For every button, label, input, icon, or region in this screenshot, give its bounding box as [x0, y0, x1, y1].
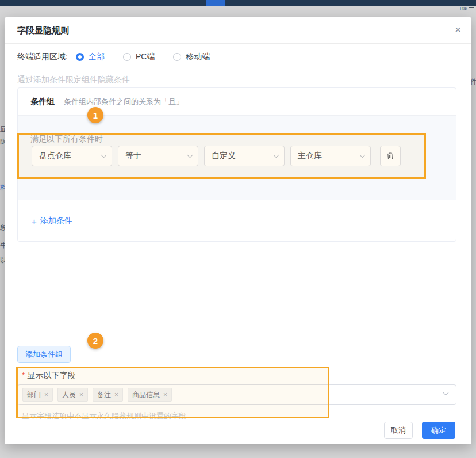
radio-option-all[interactable]: 全部: [76, 52, 105, 62]
screen: Title 显藏 隐藏 档 段 牛重 以后 件 字段显隐规则 × 终端适用区域:…: [0, 0, 476, 458]
chevron-down-icon: [187, 152, 193, 158]
radio-checked-icon: [76, 53, 84, 61]
field-tag: 备注 ×: [93, 388, 123, 402]
radio-option-label: PC端: [136, 52, 155, 62]
condition-group-header: 条件组 条件组内部条件之间的关系为「且」: [18, 88, 456, 116]
add-condition-group-button[interactable]: 添加条件组: [17, 346, 71, 363]
operator-select[interactable]: 等于: [118, 146, 198, 166]
field-tag-label: 部门: [27, 390, 41, 400]
field-tag-label: 商品信息: [132, 390, 160, 400]
chevron-down-icon: [443, 390, 449, 396]
annotation-badge-2: 2: [87, 333, 103, 349]
radio-option-mobile[interactable]: 移动端: [173, 52, 210, 62]
condition-group-title: 条件组: [30, 97, 55, 107]
terminal-scope-radio-group: 终端适用区域: 全部 PC端 移动端: [17, 52, 228, 62]
dialog-title: 字段显隐规则: [17, 25, 69, 36]
field-tag-label: 备注: [97, 390, 111, 400]
display-fields-multiselect[interactable]: 部门 × 人员 × 备注 × 商品信息 ×: [17, 384, 456, 405]
condition-hint-text: 通过添加条件限定组件隐藏条件: [17, 75, 130, 85]
chevron-down-icon: [360, 152, 366, 158]
radio-option-label: 全部: [89, 52, 105, 62]
radio-unchecked-icon: [173, 53, 181, 61]
chevron-down-icon: [274, 152, 279, 158]
radio-option-pc[interactable]: PC端: [123, 52, 155, 62]
tag-close-icon[interactable]: ×: [114, 391, 118, 399]
trash-icon: [386, 152, 394, 160]
annotation-badge-1: 1: [87, 107, 103, 123]
tag-close-icon[interactable]: ×: [44, 391, 48, 399]
add-condition-link[interactable]: + 添加条件: [32, 216, 72, 226]
required-asterisk: *: [22, 371, 25, 380]
dialog-header: 字段显隐规则 ×: [5, 17, 471, 44]
condition-group-subtitle: 条件组内部条件之间的关系为「且」: [64, 97, 183, 107]
display-fields-label: *显示以下字段: [22, 371, 75, 381]
field-visibility-rules-dialog: 字段显隐规则 × 终端适用区域: 全部 PC端 移动端 通过添加条件限定组件隐藏…: [5, 17, 471, 444]
tag-close-icon[interactable]: ×: [79, 391, 83, 399]
tag-close-icon[interactable]: ×: [163, 391, 167, 399]
terminal-scope-label: 终端适用区域:: [17, 52, 68, 62]
satisfy-all-label: 满足以下所有条件时: [30, 134, 103, 144]
field-select[interactable]: 盘点仓库: [32, 146, 112, 166]
condition-row: 盘点仓库 等于 自定义 主仓库: [32, 146, 401, 166]
radio-option-label: 移动端: [186, 52, 210, 62]
value-select[interactable]: 主仓库: [290, 146, 371, 166]
chevron-down-icon: [101, 152, 107, 158]
delete-condition-button[interactable]: [380, 146, 401, 166]
field-tag: 商品信息 ×: [128, 388, 172, 402]
close-icon[interactable]: ×: [455, 24, 461, 36]
display-fields-help-text: 显示字段选项中不显示永久隐藏规则中设置的字段: [22, 411, 186, 421]
value-select-value: 主仓库: [298, 151, 322, 161]
field-tag: 人员 ×: [57, 388, 88, 402]
field-select-value: 盘点仓库: [39, 151, 71, 161]
display-fields-label-text: 显示以下字段: [27, 371, 75, 380]
operator-select-value: 等于: [125, 151, 141, 161]
plus-icon: +: [32, 216, 37, 226]
field-tag: 部门 ×: [22, 388, 53, 402]
condition-group-panel: 条件组 条件组内部条件之间的关系为「且」 满足以下所有条件时 盘点仓库 等于 自…: [17, 87, 456, 242]
add-condition-label: 添加条件: [40, 216, 72, 226]
radio-unchecked-icon: [123, 53, 131, 61]
field-tag-label: 人员: [62, 390, 76, 400]
cancel-button[interactable]: 取消: [384, 422, 413, 439]
value-type-select[interactable]: 自定义: [204, 146, 285, 166]
confirm-button[interactable]: 确定: [422, 422, 455, 439]
value-type-select-value: 自定义: [212, 151, 236, 161]
